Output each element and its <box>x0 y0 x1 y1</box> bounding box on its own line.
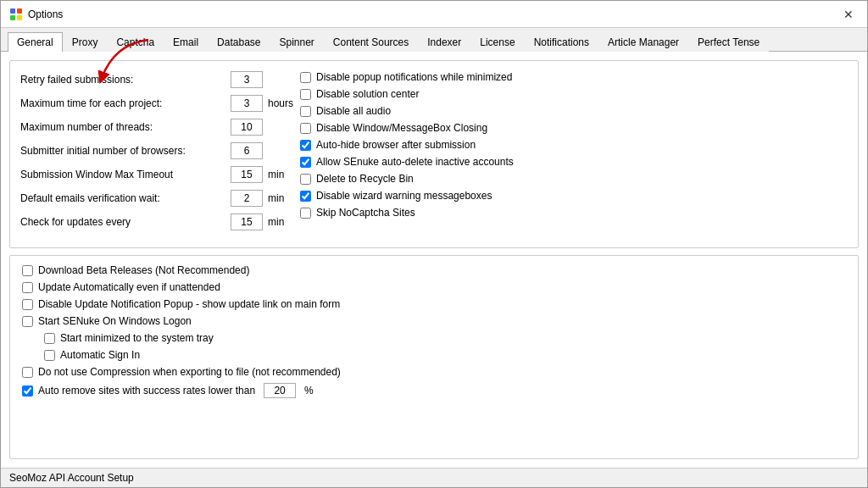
options-icon <box>9 8 23 21</box>
tab-perfect-tense[interactable]: Perfect Tense <box>688 32 769 52</box>
window-title: Options <box>28 8 63 20</box>
submitter-browsers-input[interactable] <box>231 142 263 159</box>
update-auto-label: Update Automatically even if unattended <box>38 281 220 293</box>
start-minimized-row: Start minimized to the system tray <box>44 332 846 344</box>
tab-spinner[interactable]: Spinner <box>270 32 323 52</box>
disable-update-popup-label: Disable Update Notification Popup - show… <box>38 298 340 310</box>
disable-update-popup-checkbox[interactable] <box>22 299 33 310</box>
auto-hide-checkbox[interactable] <box>300 140 311 151</box>
disable-popup-checkbox[interactable] <box>300 72 311 83</box>
submission-timeout-input[interactable] <box>231 166 263 183</box>
footer-label: SeoMoz API Account Setup <box>9 472 134 484</box>
disable-wizard-row: Disable wizard warning messageboxes <box>300 190 848 202</box>
start-minimized-label: Start minimized to the system tray <box>60 332 214 344</box>
check-updates-label: Check for updates every <box>20 216 225 228</box>
submitter-browsers-label: Submitter initial number of browsers: <box>20 145 225 157</box>
disable-popup-row: Disable popup notifications while minimi… <box>300 71 848 83</box>
tab-content-sources[interactable]: Content Sources <box>324 32 418 52</box>
auto-sign-in-label: Automatic Sign In <box>60 349 140 361</box>
title-bar: Options ✕ <box>1 1 867 28</box>
close-button[interactable]: ✕ <box>838 4 859 25</box>
auto-remove-sites-input[interactable] <box>264 383 296 398</box>
svg-rect-1 <box>17 8 22 14</box>
update-auto-row: Update Automatically even if unattended <box>22 281 846 293</box>
disable-window-row: Disable Window/MessageBox Closing <box>300 122 848 134</box>
tab-notifications[interactable]: Notifications <box>525 32 598 52</box>
auto-hide-row: Auto-hide browser after submission <box>300 139 848 151</box>
download-beta-label: Download Beta Releases (Not Recommended) <box>38 264 249 276</box>
auto-remove-sites-label: Auto remove sites with success rates low… <box>38 385 255 396</box>
download-beta-checkbox[interactable] <box>22 265 33 276</box>
no-compression-checkbox[interactable] <box>22 367 33 378</box>
skip-nocaptcha-label: Skip NoCaptcha Sites <box>316 207 415 219</box>
retry-label: Retry failed submissions: <box>20 74 225 86</box>
check-updates-unit: min <box>268 216 292 228</box>
svg-rect-0 <box>10 8 15 14</box>
svg-rect-2 <box>10 15 15 20</box>
disable-solution-checkbox[interactable] <box>300 89 311 100</box>
auto-remove-sites-checkbox[interactable] <box>22 385 33 396</box>
check-updates-row: Check for updates every min <box>20 214 292 230</box>
max-time-input[interactable] <box>231 95 263 112</box>
email-verify-row: Default emails verification wait: min <box>20 190 292 207</box>
disable-wizard-label: Disable wizard warning messageboxes <box>316 190 492 202</box>
retry-row: Retry failed submissions: <box>20 71 292 88</box>
tab-general[interactable]: General <box>8 32 63 52</box>
tab-database[interactable]: Database <box>208 32 270 52</box>
tab-proxy[interactable]: Proxy <box>63 32 108 52</box>
auto-remove-sites-row: Auto remove sites with success rates low… <box>22 383 846 398</box>
tab-article-manager[interactable]: Article Manager <box>598 32 688 52</box>
disable-audio-row: Disable all audio <box>300 105 848 117</box>
panel-container: Retry failed submissions: Maximum time f… <box>9 60 859 459</box>
no-compression-row: Do not use Compression when exporting to… <box>22 366 846 378</box>
tab-license[interactable]: License <box>470 32 524 52</box>
start-senuke-logon-checkbox[interactable] <box>22 316 33 327</box>
tab-email[interactable]: Email <box>164 32 208 52</box>
disable-audio-label: Disable all audio <box>316 105 391 117</box>
tab-captcha[interactable]: Captcha <box>107 32 164 52</box>
svg-rect-3 <box>17 15 22 20</box>
top-section: Retry failed submissions: Maximum time f… <box>9 60 859 248</box>
email-verify-input[interactable] <box>231 190 263 207</box>
disable-wizard-checkbox[interactable] <box>300 191 311 202</box>
disable-solution-row: Disable solution center <box>300 88 848 100</box>
options-window: Options ✕ General Proxy Captcha Email Da… <box>0 0 868 488</box>
max-time-row: Maximum time for each project: hours <box>20 95 292 112</box>
auto-hide-label: Auto-hide browser after submission <box>316 139 476 151</box>
allow-senuke-checkbox[interactable] <box>300 157 311 168</box>
skip-nocaptcha-row: Skip NoCaptcha Sites <box>300 207 848 219</box>
max-threads-input[interactable] <box>231 119 263 136</box>
submission-timeout-label: Submission Window Max Timeout <box>20 169 225 180</box>
no-compression-label: Do not use Compression when exporting to… <box>38 366 341 378</box>
download-beta-row: Download Beta Releases (Not Recommended) <box>22 264 846 276</box>
max-threads-label: Maximum number of threads: <box>20 121 225 133</box>
allow-senuke-row: Allow SEnuke auto-delete inactive accoun… <box>300 156 848 168</box>
delete-recycle-checkbox[interactable] <box>300 174 311 185</box>
submitter-browsers-row: Submitter initial number of browsers: <box>20 142 292 159</box>
disable-window-checkbox[interactable] <box>300 123 311 134</box>
tab-indexer[interactable]: Indexer <box>418 32 470 52</box>
tab-bar: General Proxy Captcha Email Database Spi… <box>1 28 867 52</box>
main-content: Retry failed submissions: Maximum time f… <box>1 52 867 468</box>
update-auto-checkbox[interactable] <box>22 282 33 293</box>
disable-audio-checkbox[interactable] <box>300 106 311 117</box>
right-panel: Disable popup notifications while minimi… <box>300 71 848 237</box>
title-bar-left: Options <box>9 8 63 21</box>
email-verify-label: Default emails verification wait: <box>20 192 225 204</box>
delete-recycle-row: Delete to Recycle Bin <box>300 173 848 185</box>
max-time-label: Maximum time for each project: <box>20 97 225 109</box>
skip-nocaptcha-checkbox[interactable] <box>300 208 311 219</box>
left-panel: Retry failed submissions: Maximum time f… <box>20 71 292 237</box>
auto-remove-sites-suffix: % <box>304 385 314 396</box>
auto-sign-in-checkbox[interactable] <box>44 350 55 361</box>
retry-input[interactable] <box>231 71 263 88</box>
submission-timeout-unit: min <box>268 169 292 180</box>
max-time-unit: hours <box>268 97 292 109</box>
email-verify-unit: min <box>268 192 292 204</box>
disable-update-popup-row: Disable Update Notification Popup - show… <box>22 298 846 310</box>
start-minimized-checkbox[interactable] <box>44 333 55 344</box>
check-updates-input[interactable] <box>231 214 263 230</box>
allow-senuke-label: Allow SEnuke auto-delete inactive accoun… <box>316 156 514 168</box>
footer-section: SeoMoz API Account Setup <box>1 468 867 487</box>
submission-timeout-row: Submission Window Max Timeout min <box>20 166 292 183</box>
